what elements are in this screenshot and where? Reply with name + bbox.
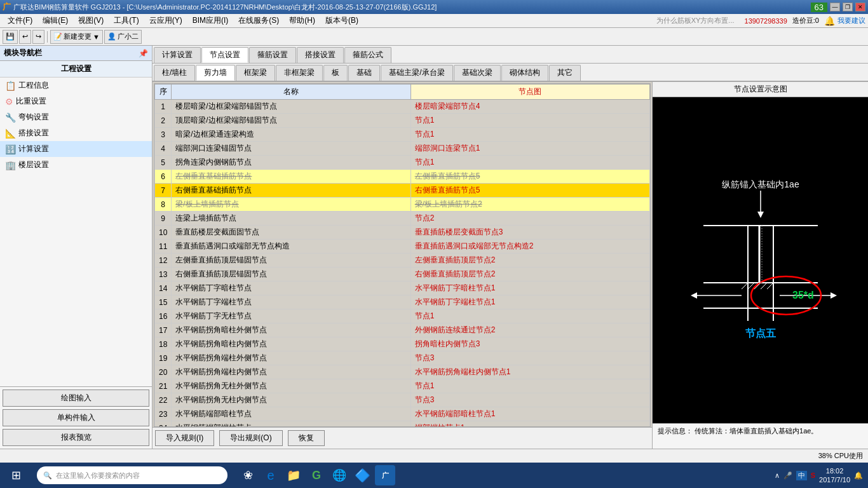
table-cell-num: 10: [155, 226, 172, 240]
table-row[interactable]: 1楼层暗梁/边框梁端部锚固节点楼层暗梁端部节点4: [155, 100, 650, 114]
table-row[interactable]: 21水平钢筋拐角无柱外侧节点节点1: [155, 379, 650, 393]
user-icon: 👤: [107, 32, 116, 41]
table-cell-num: 18: [155, 337, 172, 351]
tab-stirrup-formula[interactable]: 箍筋公式: [344, 47, 391, 63]
taskbar-app[interactable]: 🔷: [352, 465, 372, 485]
table-cell-name: 水平钢筋端部暗柱节点: [172, 407, 410, 421]
lap-icon: 📐: [5, 128, 16, 139]
taskbar-globe[interactable]: 🌐: [329, 465, 349, 485]
tray-notification[interactable]: 🔔: [854, 471, 863, 480]
suggest-link[interactable]: 我要建议: [837, 16, 865, 25]
table-row[interactable]: 24水平钢筋端部端柱节点端部端柱节点1: [155, 421, 650, 428]
main-container: 模块导航栏 📌 工程设置 📋 工程信息 ⚙ 比重设置 🔧 弯钩设置 📐 搭接设置…: [0, 46, 868, 449]
sidebar-item-lap[interactable]: 📐 搭接设置: [0, 125, 152, 141]
status-bar: 38% CPU使用: [0, 449, 868, 463]
tab-foundation-main[interactable]: 基础主梁/承台梁: [381, 65, 452, 81]
save-button[interactable]: 💾: [3, 30, 18, 44]
table-row[interactable]: 19水平钢筋拐角端柱外侧节点节点3: [155, 351, 650, 365]
tab-masonry[interactable]: 砌体结构: [501, 65, 548, 81]
draw-input-button[interactable]: 绘图输入: [3, 390, 149, 407]
menu-edit[interactable]: 编辑(E): [37, 14, 73, 27]
single-component-button[interactable]: 单构件输入: [3, 409, 149, 426]
table-row[interactable]: 12左侧垂直插筋顶层锚固节点左侧垂直插筋顶层节点2: [155, 254, 650, 268]
table-row[interactable]: 4端部洞口连梁锚固节点端部洞口连梁节点1: [155, 142, 650, 156]
cpu-usage: 38% CPU使用: [818, 451, 863, 461]
restore-button[interactable]: 恢复: [288, 430, 325, 446]
tab-foundation-sec[interactable]: 基础次梁: [454, 65, 501, 81]
report-preview-button[interactable]: 报表预览: [3, 429, 149, 446]
sidebar-item-floor[interactable]: 🏢 楼层设置: [0, 157, 152, 173]
minimize-button[interactable]: —: [830, 3, 840, 11]
table-row[interactable]: 22水平钢筋拐角无柱内侧节点节点3: [155, 393, 650, 407]
export-button[interactable]: 导出规则(O): [219, 430, 282, 446]
sidebar-item-project-info[interactable]: 📋 工程信息: [0, 78, 152, 93]
tab-other[interactable]: 其它: [549, 65, 581, 81]
table-cell-name: 左侧垂直插筋顶层锚固节点: [172, 254, 410, 268]
tray-up-icon[interactable]: ∧: [775, 471, 780, 480]
table-container[interactable]: 序 名称 节点图 1楼层暗梁/边框梁端部锚固节点楼层暗梁端部节点42顶层暗梁/边…: [154, 83, 651, 427]
table-row[interactable]: 17水平钢筋拐角暗柱外侧节点外侧钢筋连续通过节点2: [155, 323, 650, 337]
table-row[interactable]: 18水平钢筋拐角暗柱内侧节点拐角暗柱内侧节点3: [155, 337, 650, 351]
tab-foundation[interactable]: 基础: [348, 65, 380, 81]
table-row[interactable]: 9连梁上墙插筋节点节点2: [155, 212, 650, 226]
table-row[interactable]: 8梁/板上墙插筋节点梁/板上墙插筋节点2: [155, 198, 650, 212]
table-row[interactable]: 5拐角连梁内侧钢筋节点节点1: [155, 156, 650, 170]
table-row[interactable]: 6左侧垂直基础插筋节点左侧垂直插筋节点5: [155, 170, 650, 184]
taskbar-folder[interactable]: 📁: [283, 465, 304, 485]
menu-cloud[interactable]: 云应用(Y): [144, 14, 187, 27]
col-header-node: 节点图: [410, 85, 649, 100]
import-button[interactable]: 导入规则(I): [155, 430, 214, 446]
table-row[interactable]: 20水平钢筋拐角端柱内侧节点水平钢筋拐角端柱内侧节点1: [155, 365, 650, 379]
tab-slab[interactable]: 板: [323, 65, 348, 81]
tray-lang[interactable]: 中: [796, 471, 807, 480]
menu-version[interactable]: 版本号(B): [320, 14, 363, 27]
tab-col-wall[interactable]: 柱/墙柱: [154, 65, 195, 81]
menu-file[interactable]: 文件(F): [3, 14, 37, 27]
redo-button[interactable]: ↪: [32, 30, 44, 44]
tab-stirrup-settings[interactable]: 箍筋设置: [249, 47, 296, 63]
table-row[interactable]: 16水平钢筋丁字无柱节点节点1: [155, 309, 650, 323]
tab-node-settings[interactable]: 节点设置: [201, 47, 248, 63]
taskbar-g[interactable]: G: [306, 465, 327, 485]
restore-button[interactable]: ❐: [843, 3, 853, 11]
menu-bim[interactable]: BIM应用(I): [187, 14, 234, 27]
tab-non-frame-beam[interactable]: 非框架梁: [276, 65, 323, 81]
title-bar-left: 广 广联达BIM钢筋算量软件 GGJ2013 - [C:\Users\Admin…: [3, 1, 437, 13]
menu-online[interactable]: 在线服务(S): [233, 14, 284, 27]
tab-shear-wall[interactable]: 剪力墙: [196, 65, 235, 81]
menu-tools[interactable]: 工具(T): [109, 14, 144, 27]
table-row[interactable]: 11垂直插筋遇洞口或端部无节点构造垂直插筋遇洞口或端部无节点构造2: [155, 240, 650, 254]
sidebar-item-hook[interactable]: 🔧 弯钩设置: [0, 109, 152, 125]
taskbar-cortana[interactable]: ❀: [238, 465, 258, 485]
table-row[interactable]: 13右侧垂直插筋顶层锚固节点右侧垂直插筋顶层节点2: [155, 268, 650, 281]
table-row[interactable]: 14水平钢筋丁字暗柱节点水平钢筋丁字暗柱节点1: [155, 281, 650, 295]
table-row[interactable]: 23水平钢筋端部暗柱节点水平钢筋端部暗柱节点1: [155, 407, 650, 421]
table-row[interactable]: 7右侧垂直基础插筋节点右侧垂直插筋节点5: [155, 184, 650, 198]
table-cell-node: 节点1: [410, 379, 649, 393]
table-row[interactable]: 10垂直筋楼层变截面固节点垂直插筋楼层变截面节点3: [155, 226, 650, 240]
taskbar-ie[interactable]: e: [261, 465, 281, 485]
table-cell-node: 水平钢筋拐角端柱内侧节点1: [410, 365, 649, 379]
undo-button[interactable]: ↩: [19, 30, 31, 44]
table-row[interactable]: 2顶层暗梁/边框梁端部锚固节点节点1: [155, 114, 650, 128]
bottom-button-bar: 导入规则(I) 导出规则(O) 恢复: [153, 427, 652, 449]
tab-calc-settings[interactable]: 计算设置: [154, 47, 201, 63]
taskbar-gjd[interactable]: 广: [375, 465, 395, 485]
taskbar-search[interactable]: 🔍 在这里输入你要搜索的内容: [37, 466, 227, 484]
sidebar-item-calc[interactable]: 🔢 计算设置: [0, 141, 152, 157]
tab-frame-beam[interactable]: 框架梁: [236, 65, 275, 81]
pin-icon[interactable]: 📌: [139, 49, 148, 58]
windows-start-button[interactable]: ⊞: [0, 463, 32, 488]
table-row[interactable]: 3暗梁/边框梁通连梁构造节点1: [155, 128, 650, 142]
user-button[interactable]: 👤 广小二: [104, 30, 142, 44]
close-button[interactable]: ✕: [855, 3, 865, 11]
menu-view[interactable]: 视图(V): [73, 14, 109, 27]
tab-lap-settings[interactable]: 搭接设置: [297, 47, 344, 63]
new-change-button[interactable]: 📝 新建变更 ▼: [50, 30, 103, 44]
menu-help[interactable]: 帮助(H): [284, 14, 320, 27]
table-node-container: 序 名称 节点图 1楼层暗梁/边框梁端部锚固节点楼层暗梁端部节点42顶层暗梁/边…: [153, 82, 868, 449]
table-row[interactable]: 15水平钢筋丁字端柱节点水平钢筋丁字端柱节点1: [155, 295, 650, 309]
table-cell-num: 7: [155, 184, 172, 198]
sidebar-item-ratio[interactable]: ⚙ 比重设置: [0, 93, 152, 109]
col-header-name: 名称: [172, 85, 410, 100]
